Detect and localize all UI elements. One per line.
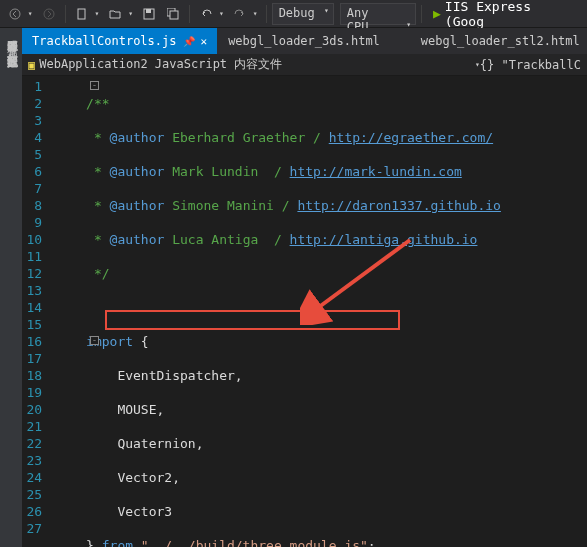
tab-label: webgl_loader_3ds.html [228, 34, 380, 48]
redo-button[interactable] [229, 3, 251, 25]
context-bar: ▣ WebApplication2 JavaScript 内容文件 ▾ {} "… [22, 54, 587, 76]
undo-dropdown[interactable]: ▾ [219, 9, 227, 18]
svg-rect-4 [146, 9, 151, 13]
new-file-dropdown[interactable]: ▾ [95, 9, 103, 18]
nav-back-button[interactable] [4, 3, 26, 25]
pin-icon[interactable]: 📌 [183, 36, 195, 47]
nav-back-dropdown[interactable]: ▾ [28, 9, 36, 18]
toolbar-separator [266, 5, 267, 23]
js-file-icon: ▣ [28, 58, 35, 72]
tab-webgl-stl2[interactable]: webgl_loader_stl2.html [411, 28, 587, 54]
svg-rect-6 [170, 11, 178, 19]
save-button[interactable] [138, 3, 160, 25]
configuration-select[interactable]: Debug ▾ [272, 3, 334, 25]
code-editor[interactable]: 1234567891011121314151617181920212223242… [22, 76, 587, 547]
code-area[interactable]: /** * @author Eberhard Graether / http:/… [60, 76, 587, 547]
tab-label: webgl_loader_stl2.html [421, 34, 580, 48]
tab-trackball-controls[interactable]: TrackballControls.js 📌 ✕ [22, 28, 217, 54]
platform-select[interactable]: Any CPU ▾ [340, 3, 416, 25]
tab-webgl-3ds[interactable]: webgl_loader_3ds.html [218, 28, 390, 54]
play-icon: ▶ [433, 6, 441, 21]
nav-forward-button[interactable] [38, 3, 60, 25]
svg-rect-2 [78, 9, 85, 19]
open-file-dropdown[interactable]: ▾ [128, 9, 136, 18]
run-button[interactable]: ▶IIS Express (Goog [427, 0, 583, 31]
open-file-button[interactable] [104, 3, 126, 25]
editor-tabs: TrackballControls.js 📌 ✕ webgl_loader_3d… [22, 28, 587, 54]
redo-dropdown[interactable]: ▾ [253, 9, 261, 18]
tab-label: TrackballControls.js [32, 34, 177, 48]
new-file-button[interactable] [71, 3, 93, 25]
svg-point-0 [10, 9, 20, 19]
line-number-gutter: 1234567891011121314151617181920212223242… [22, 76, 60, 547]
save-all-button[interactable] [162, 3, 184, 25]
undo-button[interactable] [195, 3, 217, 25]
svg-point-1 [44, 9, 54, 19]
left-sidebar: 服务器资源管理器 工具箱 数据源配置器 [0, 28, 22, 547]
context-right-dropdown[interactable]: {} "TrackballC [480, 58, 581, 72]
close-icon[interactable]: ✕ [201, 35, 208, 48]
fold-toggle[interactable]: - [90, 336, 99, 345]
toolbar-separator [189, 5, 190, 23]
context-left-dropdown[interactable]: ▣ WebApplication2 JavaScript 内容文件 ▾ [28, 56, 480, 73]
main-toolbar: ▾ ▾ ▾ ▾ ▾ Debug ▾ Any CPU ▾ ▶IIS Express… [0, 0, 587, 28]
toolbar-separator [65, 5, 66, 23]
toolbar-separator [421, 5, 422, 23]
fold-toggle[interactable]: - [90, 81, 99, 90]
